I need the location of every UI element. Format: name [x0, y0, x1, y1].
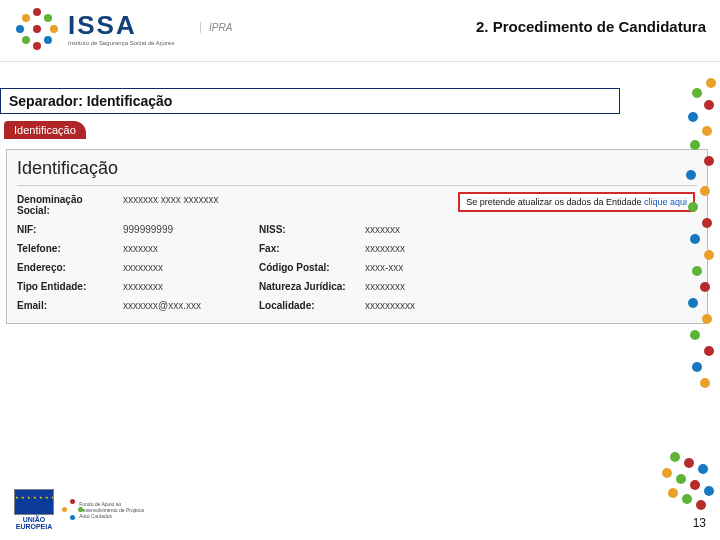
- label-telefone: Telefone:: [17, 243, 117, 254]
- header: ISSA Instituto de Segurança Social de Aç…: [0, 0, 720, 62]
- identificacao-card: Identificação Denominação Social: xxxxxx…: [6, 149, 708, 324]
- logo-text-sub: Instituto de Segurança Social de Açores: [68, 40, 174, 46]
- value-fax: xxxxxxxx: [365, 243, 475, 254]
- label-nif: NIF:: [17, 224, 117, 235]
- update-entity-callout: Se pretende atualizar os dados da Entida…: [458, 192, 695, 212]
- footer: UNIÃO EUROPEIA Fundo de Apoio ao Desenvo…: [14, 489, 152, 530]
- decorative-dots-right: [672, 78, 720, 408]
- value-denominacao: xxxxxxx xxxx xxxxxxx: [123, 194, 475, 216]
- value-localidade: xxxxxxxxxx: [365, 300, 475, 311]
- page-title: 2. Procedimento de Candidatura: [476, 18, 706, 35]
- value-tipo-entidade: xxxxxxxx: [123, 281, 253, 292]
- label-endereco: Endereço:: [17, 262, 117, 273]
- logo-text-main: ISSA: [68, 12, 174, 38]
- card-title: Identificação: [17, 158, 697, 186]
- section-separator-title: Separador: Identificação: [0, 88, 620, 114]
- value-nif: 999999999: [123, 224, 253, 235]
- tab-identificacao[interactable]: Identificação: [4, 121, 86, 139]
- logo-ipra: IPRA: [200, 22, 232, 33]
- eu-flag-label: UNIÃO EUROPEIA: [14, 516, 54, 530]
- label-email: Email:: [17, 300, 117, 311]
- fund-logo-text: Fundo de Apoio ao Desenvolvimento de Pro…: [79, 501, 152, 519]
- value-niss: xxxxxxx: [365, 224, 475, 235]
- fund-logo: Fundo de Apoio ao Desenvolvimento de Pro…: [62, 495, 152, 525]
- value-codigo-postal: xxxx-xxx: [365, 262, 475, 273]
- value-natureza: xxxxxxxx: [365, 281, 475, 292]
- logo-issa: ISSA Instituto de Segurança Social de Aç…: [16, 8, 174, 50]
- label-fax: Fax:: [259, 243, 359, 254]
- label-natureza: Natureza Jurídica:: [259, 281, 359, 292]
- value-email: xxxxxxx@xxx.xxx: [123, 300, 253, 311]
- decorative-dots-bottom-right: [650, 452, 720, 512]
- update-entity-text: Se pretende atualizar os dados da Entida…: [466, 197, 644, 207]
- label-codigo-postal: Código Postal:: [259, 262, 359, 273]
- label-tipo-entidade: Tipo Entidade:: [17, 281, 117, 292]
- tab-row: Identificação: [4, 120, 720, 139]
- fund-logo-icon: [62, 499, 73, 521]
- page-number: 13: [693, 516, 706, 530]
- label-denominacao: Denominação Social:: [17, 194, 117, 216]
- eu-flag-icon: [14, 489, 54, 515]
- issa-logo-icon: [16, 8, 58, 50]
- value-endereco: xxxxxxxx: [123, 262, 253, 273]
- eu-flag-block: UNIÃO EUROPEIA: [14, 489, 54, 530]
- label-niss: NISS:: [259, 224, 359, 235]
- label-localidade: Localidade:: [259, 300, 359, 311]
- value-telefone: xxxxxxx: [123, 243, 253, 254]
